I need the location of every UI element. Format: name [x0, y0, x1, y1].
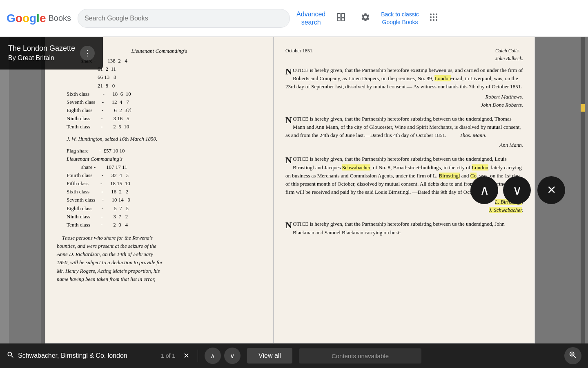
svg-point-7	[430, 16, 432, 18]
scrollbar[interactable]	[581, 37, 585, 343]
left-page-content: Lieutenant Commanding's share - 138 2 4 …	[45, 37, 273, 293]
search-icon	[7, 351, 15, 361]
left-margin	[0, 37, 45, 343]
svg-rect-2	[337, 18, 340, 21]
svg-point-9	[436, 16, 437, 18]
book-info-overlay: The London Gazette By Great Britain ⋮	[0, 37, 103, 70]
zoom-button[interactable]	[564, 347, 581, 364]
close-button[interactable]: ✕	[537, 176, 565, 204]
right-page-content: October 1851. Caleb Colts.John Bulbeck. …	[274, 37, 535, 252]
left-page: Lieutenant Commanding's share - 138 2 4 …	[45, 37, 274, 343]
page-author: Caleb Colts.John Bulbeck.	[495, 47, 523, 62]
chevron-down-icon: ∨	[512, 184, 522, 197]
bottom-search-bar: Schwabacher, Birnstingl & Co. london 1 o…	[0, 343, 588, 368]
advanced-search-link[interactable]: Advanced search	[296, 10, 325, 26]
notice-4-partial: N OTICE is hereby given, that the Partne…	[285, 220, 523, 236]
search-bar[interactable]	[78, 9, 290, 28]
scrollbar-thumb[interactable]	[581, 104, 585, 112]
svg-point-6	[436, 13, 437, 15]
book-menu-button[interactable]: ⋮	[80, 46, 95, 61]
next-result-button[interactable]: ∨	[224, 348, 241, 364]
apps-menu-button[interactable]	[425, 9, 442, 28]
svg-point-10	[430, 19, 432, 21]
chevron-up-icon: ∧	[480, 184, 489, 197]
notice-1: N OTICE is hereby given, that the Partne…	[285, 66, 523, 109]
result-count: 1 of 1	[161, 352, 175, 359]
svg-rect-3	[342, 18, 345, 21]
svg-rect-1	[342, 13, 345, 17]
search-input[interactable]	[85, 15, 283, 22]
zoom-icon	[568, 350, 577, 361]
notice-N-icon-2: N	[285, 116, 292, 125]
svg-point-12	[436, 19, 437, 21]
svg-point-11	[433, 19, 434, 21]
book-title: The London Gazette	[8, 43, 75, 54]
close-icon: ✕	[547, 184, 556, 196]
notice-2: N OTICE is hereby given, that the Partne…	[285, 115, 523, 150]
main-content: The London Gazette By Great Britain ⋮ ∧ …	[0, 37, 588, 343]
view-all-button[interactable]: View all	[247, 348, 292, 364]
back-to-classic-link[interactable]: Back to classic Google Books	[381, 11, 419, 25]
book-title-author: The London Gazette By Great Britain	[8, 43, 75, 63]
notice-N-icon: N	[285, 67, 292, 76]
notice-1-text: OTICE is hereby given, that the Partners…	[285, 67, 523, 90]
notice-2-text: OTICE is hereby given, that the Partners…	[285, 116, 521, 138]
svg-rect-0	[337, 13, 340, 17]
svg-point-8	[433, 16, 434, 18]
chevron-up-icon: ∧	[210, 352, 215, 360]
my-books-button[interactable]	[332, 9, 350, 27]
google-books-logo[interactable]: Google Books	[7, 12, 71, 25]
page-down-button[interactable]: ∨	[503, 176, 531, 204]
notice-4-text: OTICE is hereby given, that the Partners…	[293, 221, 505, 235]
settings-icon	[361, 12, 370, 25]
page-date: October 1851.	[285, 47, 314, 62]
google-logo-text: Google	[7, 12, 46, 25]
contents-unavailable-button[interactable]: Contents unavailable	[299, 348, 421, 364]
page-up-button[interactable]: ∧	[470, 176, 498, 204]
settings-button[interactable]	[356, 9, 374, 27]
book-author: By Great Britain	[8, 54, 75, 63]
notice-N-icon-4: N	[285, 221, 292, 230]
mybooks-icon	[336, 12, 346, 25]
clear-search-button[interactable]: ✕	[182, 350, 191, 362]
header: Google Books Advanced search Back to cla…	[0, 0, 588, 37]
bottom-search-input[interactable]: Schwabacher, Birnstingl & Co. london	[18, 348, 154, 363]
notice-N-icon-3: N	[285, 156, 292, 165]
svg-point-5	[433, 13, 434, 15]
chevron-down-icon: ∨	[230, 352, 235, 360]
svg-point-4	[430, 13, 432, 15]
books-label: Books	[48, 13, 71, 23]
prev-result-button[interactable]: ∧	[205, 348, 221, 364]
